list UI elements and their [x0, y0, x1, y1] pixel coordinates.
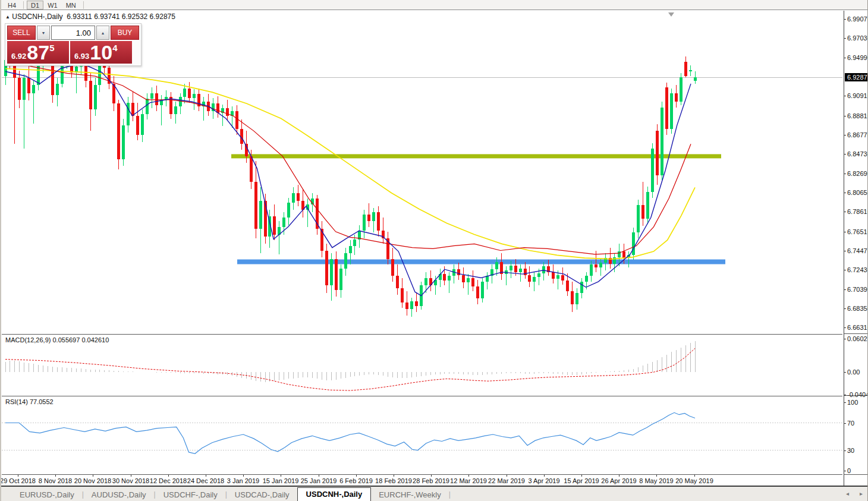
- date-tick: [168, 475, 169, 477]
- price-axis-label: 6.80650: [844, 188, 868, 197]
- date-axis-label: 18 Feb 2019: [375, 477, 412, 484]
- ohlc-close: 6.92875: [150, 12, 175, 21]
- chart-tab-usdcad[interactable]: USDCAD-,Daily: [227, 489, 297, 501]
- date-axis-label: 25 Jan 2019: [301, 477, 337, 484]
- date-tick: [507, 475, 507, 477]
- timeframe-button-mn[interactable]: MN: [62, 1, 80, 10]
- ohlc-high: 6.93741: [94, 12, 119, 21]
- price-axis-label: 6.97030: [844, 34, 868, 42]
- price-axis-label: 6.90910: [844, 92, 868, 100]
- price-axis-label: 6.78610: [844, 207, 868, 216]
- chart-tab-usdchf[interactable]: USDCHF-,Daily: [156, 489, 225, 501]
- pane-separator: [844, 333, 868, 334]
- date-axis-label: 3 Jan 2019: [227, 477, 259, 484]
- date-tick: [581, 475, 582, 477]
- buy-price-pips: 10: [90, 41, 112, 64]
- buy-price-base: 6.93: [74, 52, 89, 61]
- price-axis[interactable]: 6.990706.970306.949906.909106.888106.867…: [844, 11, 868, 486]
- date-axis-label: 29 Oct 2018: [0, 477, 36, 484]
- rsi-axis-label: 70: [844, 419, 868, 427]
- rsi-canvas[interactable]: [2, 396, 842, 474]
- date-axis-label: 20 Nov 2018: [74, 477, 111, 484]
- timeframe-button-w1[interactable]: W1: [43, 1, 62, 10]
- chart-symbol-label: USDCNH-,Daily: [12, 12, 62, 21]
- date-axis-label: 3 Apr 2019: [528, 477, 559, 484]
- date-tick: [468, 475, 469, 477]
- date-tick: [431, 475, 432, 477]
- date-tick: [206, 475, 206, 477]
- volume-decrease-button[interactable]: ▾: [37, 26, 50, 40]
- price-axis-label: 6.72430: [844, 266, 868, 274]
- rsi-pane[interactable]: RSI(14) 77.0552: [2, 396, 842, 474]
- date-axis-label: 20 May 2019: [675, 477, 713, 484]
- timeframe-toolbar: H4D1W1MN: [1, 0, 867, 10]
- date-axis-label: 15 Jan 2019: [263, 477, 299, 484]
- price-axis-label: 6.70390: [844, 285, 868, 294]
- ohlc-open: 6.93311: [67, 12, 92, 21]
- price-axis-label: 6.88810: [844, 112, 868, 120]
- price-axis-label: 6.82690: [844, 169, 868, 178]
- date-tick: [694, 475, 695, 477]
- date-axis-label: 12 Dec 2018: [150, 477, 187, 484]
- sell-button[interactable]: SELL: [7, 26, 36, 40]
- tab-scroll-right-button[interactable]: ▸: [860, 490, 863, 497]
- price-axis-label: 6.74470: [844, 247, 868, 255]
- chart-tab-bar: EURUSD-,Daily|AUDUSD-,Daily|USDCHF-,Dail…: [1, 487, 867, 501]
- macd-axis-label: 0.060274: [844, 335, 868, 343]
- trading-terminal: H4D1W1MN ▲ USDCNH-,Daily 6.93311 6.93741…: [0, 0, 868, 501]
- date-axis-label: 24 Dec 2018: [187, 477, 224, 484]
- macd-pane[interactable]: MACD(12,26,9) 0.055697 0.042610: [2, 334, 842, 396]
- price-axis-label: 6.99070: [844, 15, 868, 23]
- price-axis-label: 6.94990: [844, 53, 868, 62]
- caret-down-icon: ▾: [42, 30, 45, 36]
- date-axis-label: 30 Nov 2018: [112, 477, 149, 484]
- date-tick: [243, 475, 244, 477]
- volume-input[interactable]: [51, 26, 95, 40]
- date-axis-label: 22 Mar 2019: [488, 477, 525, 484]
- macd-axis-label: 0.00: [844, 368, 868, 376]
- macd-canvas[interactable]: [2, 335, 842, 396]
- buy-price-box[interactable]: 6.93104: [70, 41, 132, 64]
- chart-tab-audusd[interactable]: AUDUSD-,Daily: [84, 489, 154, 501]
- rsi-axis-label: 30: [844, 446, 868, 455]
- sell-price-pips: 87: [27, 41, 49, 64]
- date-tick: [356, 475, 357, 477]
- quote-panel-expander-icon[interactable]: ▲: [5, 14, 10, 20]
- sell-price-box[interactable]: 6.92875: [7, 41, 69, 64]
- date-axis-label: 6 Feb 2019: [339, 477, 373, 484]
- date-axis-label: 28 Feb 2019: [413, 477, 449, 484]
- tab-scroll-arrows: ◂ ▸: [846, 490, 863, 497]
- rsi-axis-label: 0: [844, 467, 868, 475]
- date-tick: [93, 475, 93, 477]
- macd-label: MACD(12,26,9) 0.055697 0.042610: [5, 336, 109, 344]
- timeframe-button-d1[interactable]: D1: [27, 1, 43, 10]
- volume-increase-button[interactable]: ▴: [96, 26, 109, 40]
- buy-button[interactable]: BUY: [111, 26, 139, 40]
- toolbar-separator: [83, 1, 84, 9]
- chart-tab-eurusd[interactable]: EURUSD-,Daily: [12, 489, 82, 501]
- date-tick: [619, 475, 619, 477]
- date-axis[interactable]: 29 Oct 20188 Nov 201820 Nov 201830 Nov 2…: [2, 474, 842, 486]
- macd-axis-label: -0.040412: [844, 390, 868, 399]
- price-axis-label: 6.86770: [844, 131, 868, 139]
- date-tick: [656, 475, 657, 477]
- one-click-trading-panel: SELL ▾ ▴ BUY 6.92875 6.93104: [5, 23, 141, 66]
- date-axis-label: 8 Nov 2018: [39, 477, 72, 484]
- chart-tab-eurchf[interactable]: EURCHF-,Weekly: [371, 489, 449, 501]
- tab-scroll-left-button[interactable]: ◂: [846, 490, 849, 497]
- date-tick: [281, 475, 281, 477]
- chart-ohlc-title: ▲ USDCNH-,Daily 6.93311 6.93741 6.92532 …: [5, 12, 175, 21]
- ohlc-low: 6.92532: [122, 12, 147, 21]
- current-price-tag: 6.92875: [845, 73, 868, 81]
- timeframe-button-h4[interactable]: H4: [4, 1, 20, 10]
- date-axis-label: 12 Mar 2019: [450, 477, 487, 484]
- rsi-label: RSI(14) 77.0552: [5, 398, 54, 405]
- price-axis-label: 6.66310: [844, 323, 868, 332]
- date-axis-label: 15 Apr 2019: [564, 477, 599, 484]
- chart-tab-usdcnh[interactable]: USDCNH-,Daily: [297, 487, 372, 501]
- price-pane[interactable]: ▲ USDCNH-,Daily 6.93311 6.93741 6.92532 …: [2, 11, 842, 333]
- date-tick: [319, 475, 319, 477]
- date-axis-label: 26 Apr 2019: [601, 477, 636, 484]
- toolbar-separator: [23, 1, 24, 9]
- date-tick: [544, 475, 545, 477]
